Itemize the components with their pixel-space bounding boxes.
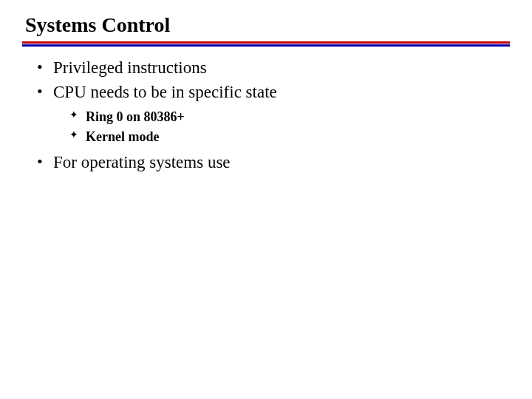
title-divider xyxy=(22,41,510,46)
sub-bullet-text: Kernel mode xyxy=(86,129,159,144)
slide: Systems Control Privileged instructions … xyxy=(0,0,532,189)
divider-red-line xyxy=(22,41,510,44)
sub-bullet-item: Kernel mode xyxy=(69,128,510,146)
bullet-text: Privileged instructions xyxy=(53,58,207,77)
bullet-text: CPU needs to be in specific state xyxy=(53,83,277,101)
bullet-list: Privileged instructions CPU needs to be … xyxy=(22,56,510,174)
bullet-item: CPU needs to be in specific state Ring 0… xyxy=(37,81,510,146)
sub-bullet-item: Ring 0 on 80386+ xyxy=(69,108,510,126)
bullet-text: For operating systems use xyxy=(53,153,231,171)
slide-title: Systems Control xyxy=(22,13,510,37)
sub-bullet-list: Ring 0 on 80386+ Kernel mode xyxy=(53,108,510,146)
divider-blue-line xyxy=(22,44,510,47)
bullet-item: Privileged instructions xyxy=(37,56,510,79)
sub-bullet-text: Ring 0 on 80386+ xyxy=(86,109,185,124)
bullet-item: For operating systems use xyxy=(37,151,510,174)
